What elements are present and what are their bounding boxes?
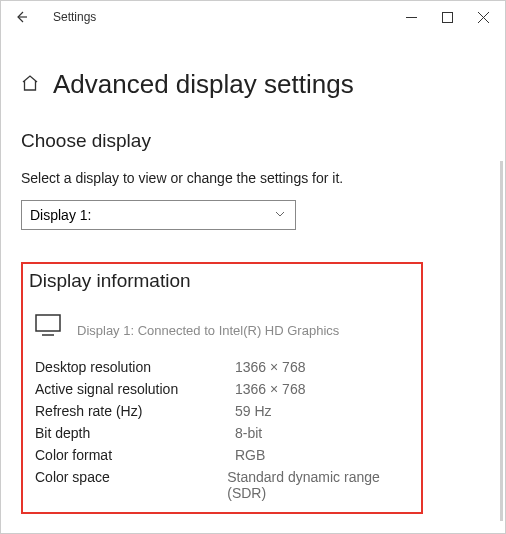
connected-display-text: Display 1: Connected to Intel(R) HD Grap… [77, 323, 339, 338]
spec-label: Active signal resolution [35, 381, 235, 397]
display-select[interactable]: Display 1: [21, 200, 296, 230]
spec-label: Color format [35, 447, 235, 463]
maximize-icon [442, 12, 453, 23]
spec-value: Standard dynamic range (SDR) [227, 469, 415, 501]
window-controls [393, 2, 501, 32]
home-icon [21, 74, 39, 96]
svg-rect-1 [36, 315, 60, 331]
spec-row: Bit depth 8-bit [29, 422, 415, 444]
monitor-icon [35, 314, 61, 340]
maximize-button[interactable] [429, 2, 465, 32]
display-select-value: Display 1: [30, 207, 91, 223]
spec-label: Desktop resolution [35, 359, 235, 375]
back-button[interactable] [5, 1, 37, 33]
spec-value: RGB [235, 447, 265, 463]
spec-row: Refresh rate (Hz) 59 Hz [29, 400, 415, 422]
close-button[interactable] [465, 2, 501, 32]
spec-row: Color space Standard dynamic range (SDR) [29, 466, 415, 504]
minimize-button[interactable] [393, 2, 429, 32]
minimize-icon [406, 12, 417, 23]
page-header: Advanced display settings [21, 69, 485, 100]
spec-row: Color format RGB [29, 444, 415, 466]
display-information-title: Display information [29, 270, 415, 292]
spec-label: Bit depth [35, 425, 235, 441]
spec-label: Color space [35, 469, 227, 501]
connected-display-row: Display 1: Connected to Intel(R) HD Grap… [29, 314, 415, 340]
spec-value: 59 Hz [235, 403, 272, 419]
content-area: Advanced display settings Choose display… [1, 33, 505, 514]
back-arrow-icon [13, 9, 29, 25]
titlebar: Settings [1, 1, 505, 33]
spec-value: 8-bit [235, 425, 262, 441]
close-icon [478, 12, 489, 23]
spec-value: 1366 × 768 [235, 359, 305, 375]
svg-rect-0 [442, 12, 452, 22]
spec-row: Desktop resolution 1366 × 768 [29, 356, 415, 378]
choose-display-title: Choose display [21, 130, 485, 152]
display-information-box: Display information Display 1: Connected… [21, 262, 423, 514]
window-title: Settings [53, 10, 96, 24]
spec-value: 1366 × 768 [235, 381, 305, 397]
settings-window: Settings [0, 0, 506, 534]
chevron-down-icon [273, 207, 287, 224]
page-title: Advanced display settings [53, 69, 354, 100]
spec-label: Refresh rate (Hz) [35, 403, 235, 419]
choose-display-desc: Select a display to view or change the s… [21, 170, 485, 186]
spec-row: Active signal resolution 1366 × 768 [29, 378, 415, 400]
scrollbar[interactable] [500, 161, 503, 521]
